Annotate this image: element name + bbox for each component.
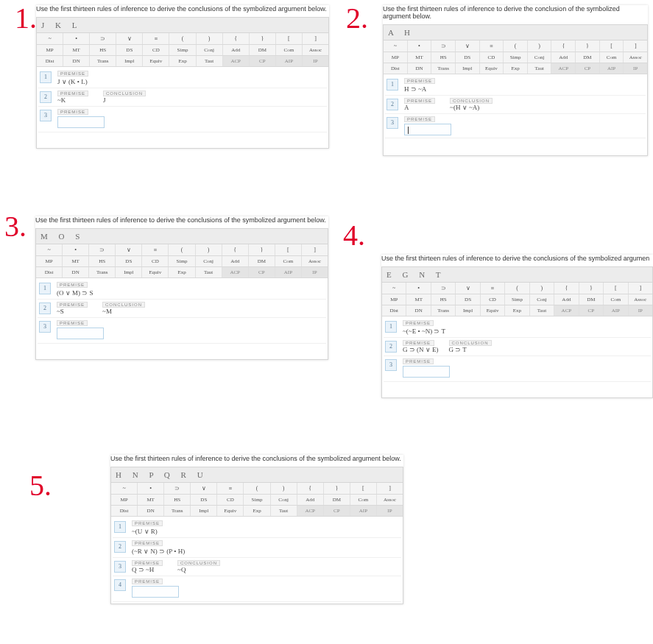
rule-button[interactable]: Equiv [142,267,169,277]
rule-button[interactable]: Add [223,45,250,55]
line-number[interactable]: 2 [40,91,52,103]
rule-button[interactable]: CD [480,52,504,63]
symbol-button[interactable]: ( [504,40,528,52]
symbol-button[interactable]: { [554,283,579,294]
rule-button[interactable]: Impl [116,267,142,277]
rule-button[interactable]: DM [249,256,275,266]
symbol-button[interactable]: } [250,33,276,44]
rule-button[interactable]: DM [324,495,350,505]
rule-button[interactable]: ACP [551,63,576,74]
rule-button[interactable]: MP [384,52,408,63]
rule-button[interactable]: Simp [244,495,270,505]
symbol-button[interactable]: ] [302,244,328,255]
line-number[interactable]: 2 [39,302,51,314]
rule-button[interactable]: CP [324,506,350,516]
rule-button[interactable]: HS [89,256,116,266]
rule-button[interactable]: MT [408,52,432,63]
rule-button[interactable]: Com [350,495,377,505]
rule-button[interactable]: IP [302,267,328,277]
rule-button[interactable]: Assoc [302,256,328,266]
rule-button[interactable]: DS [456,52,480,63]
rule-button[interactable]: Conj [530,294,554,305]
rule-button[interactable]: Com [604,294,628,305]
symbol-button[interactable]: } [249,244,275,255]
rule-button[interactable]: MT [63,256,89,266]
rule-button[interactable]: Exp [169,56,196,66]
rule-button[interactable]: IP [629,305,652,316]
symbol-button[interactable]: } [324,483,350,494]
line-number[interactable]: 1 [386,79,398,91]
line-number[interactable]: 3 [385,359,397,371]
rule-button[interactable]: Com [275,256,302,266]
rule-button[interactable]: AIP [275,267,302,277]
rule-button[interactable]: IP [303,56,328,66]
symbol-button[interactable]: ) [196,244,222,255]
line-number[interactable]: 1 [385,321,397,333]
premise-input[interactable] [404,124,451,135]
symbol-button[interactable]: ∨ [456,40,480,52]
rule-button[interactable]: HS [90,45,116,55]
line-number[interactable]: 3 [114,561,126,573]
line-number[interactable]: 1 [114,521,126,533]
rule-button[interactable]: Exp [169,267,195,277]
rule-button[interactable]: MP [37,45,63,55]
rule-button[interactable]: MP [111,495,138,505]
rule-button[interactable]: Exp [244,506,270,516]
rule-button[interactable]: MP [382,294,406,305]
symbol-button[interactable]: { [223,33,250,44]
symbol-button[interactable]: ⊃ [431,40,456,52]
symbol-button[interactable]: ⊃ [89,244,116,255]
rule-button[interactable]: Conj [271,495,297,505]
rule-button[interactable]: AIP [276,56,303,66]
rule-button[interactable]: Impl [116,56,143,66]
rule-button[interactable]: DN [406,305,431,316]
symbol-button[interactable]: ∨ [191,483,217,494]
rule-button[interactable]: CP [249,267,275,277]
rule-button[interactable]: DM [576,52,600,63]
line-number[interactable]: 1 [40,71,52,83]
rule-button[interactable]: AIP [604,305,628,316]
symbol-button[interactable]: ≡ [480,40,504,52]
symbol-button[interactable]: ∨ [116,244,142,255]
rule-button[interactable]: AIP [350,506,377,516]
line-number[interactable]: 1 [39,283,51,294]
symbol-button[interactable]: ~ [37,33,63,44]
symbol-button[interactable]: } [576,40,600,52]
rule-button[interactable]: HS [431,52,456,63]
rule-button[interactable]: DN [63,56,90,66]
rule-button[interactable]: ACP [222,267,249,277]
rule-button[interactable]: ACP [297,506,324,516]
rule-button[interactable]: DM [579,294,604,305]
rule-button[interactable]: Dist [382,305,406,316]
symbol-button[interactable]: ~ [36,244,63,255]
line-number[interactable]: 2 [114,541,126,553]
symbol-button[interactable]: • [63,244,89,255]
rule-button[interactable]: Conj [197,45,223,55]
symbol-button[interactable]: [ [275,244,302,255]
premise-input[interactable] [403,366,450,378]
symbol-button[interactable]: ( [169,244,195,255]
symbol-button[interactable]: } [579,283,604,294]
rule-button[interactable]: Impl [456,305,480,316]
line-number[interactable]: 3 [386,117,398,129]
symbol-button[interactable]: ≡ [217,483,244,494]
symbol-button[interactable]: { [551,40,576,52]
symbol-button[interactable]: [ [276,33,303,44]
rule-button[interactable]: Taut [197,56,223,66]
premise-input[interactable] [57,116,105,128]
symbol-button[interactable]: ] [629,283,652,294]
symbol-button[interactable]: [ [600,40,624,52]
rule-button[interactable]: Equiv [481,305,505,316]
symbol-button[interactable]: ) [528,40,552,52]
symbol-button[interactable]: ∨ [456,283,480,294]
rule-button[interactable]: Equiv [143,56,169,66]
rule-button[interactable]: Taut [528,63,552,74]
symbol-button[interactable]: ( [244,483,270,494]
symbol-button[interactable]: ) [530,283,554,294]
premise-input[interactable] [132,586,179,598]
symbol-button[interactable]: [ [604,283,628,294]
symbol-button[interactable]: ≡ [143,33,169,44]
rule-button[interactable]: Conj [528,52,552,63]
symbol-button[interactable]: ( [505,283,529,294]
rule-button[interactable]: Com [600,52,624,63]
